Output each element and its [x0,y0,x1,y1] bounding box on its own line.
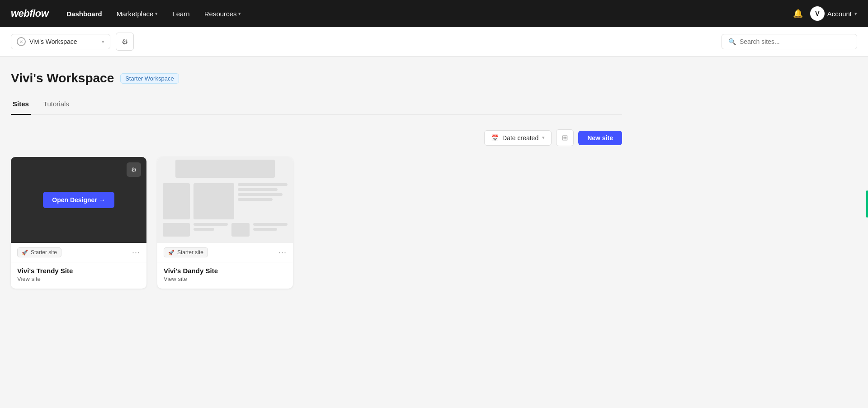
search-icon: 🔍 [728,38,736,45]
new-site-button[interactable]: New site [578,131,622,145]
site-card: ⚙ Open Designer → 🚀 Starter site ··· Viv… [11,157,146,289]
nav-item-dashboard[interactable]: Dashboard [66,10,102,18]
chevron-down-icon: ▾ [854,11,857,17]
nav-item-resources[interactable]: Resources ▾ [204,10,241,18]
more-options-button[interactable]: ··· [278,248,287,257]
settings-button[interactable]: ⚙ [116,33,134,51]
tab-sites[interactable]: Sites [11,96,31,115]
tabs: Sites Tutorials [11,96,622,115]
sort-label: Date created [502,134,538,142]
site-name: Vivi's Trendy Site [17,267,140,275]
scrollbar[interactable] [866,190,868,218]
sites-grid: ⚙ Open Designer → 🚀 Starter site ··· Viv… [11,157,622,289]
view-site-link[interactable]: View site [17,275,140,282]
site-card: 🚀 Starter site ··· Vivi's Dandy Site Vie… [157,157,293,289]
site-name: Vivi's Dandy Site [164,267,287,275]
chevron-down-icon: ▾ [155,11,158,17]
site-preview [157,157,293,246]
page-title: Vivi's Workspace [11,71,114,85]
site-tag: 🚀 Starter site [17,247,61,257]
logo: webflow [11,8,48,19]
account-menu[interactable]: V Account ▾ [810,6,857,21]
nav-item-marketplace[interactable]: Marketplace ▾ [117,10,158,18]
chevron-down-icon: ▾ [102,39,104,45]
workspace-badge: Starter Workspace [120,73,179,84]
bell-icon[interactable]: 🔔 [793,9,803,19]
search-input[interactable] [740,38,850,45]
site-thumbnail [157,157,293,243]
rocket-icon: 🚀 [22,250,28,256]
actions-row: 📅 Date created ▾ ⊞ New site [11,129,622,146]
navbar: webflow Dashboard Marketplace ▾ Learn Re… [0,0,868,27]
grid-view-icon: ⊞ [562,133,568,142]
site-card-footer: 🚀 Starter site ··· [157,243,293,262]
search-box: 🔍 [722,34,857,49]
navbar-right: 🔔 V Account ▾ [793,6,857,21]
main-content: Vivi's Workspace Starter Workspace Sites… [0,57,633,303]
rocket-icon: 🚀 [168,250,175,256]
sort-button[interactable]: 📅 Date created ▾ [484,130,552,146]
workspace-selector[interactable]: ✕ Vivi's Workspace ▾ [11,34,110,49]
chevron-down-icon: ▾ [542,135,545,141]
site-thumbnail: ⚙ Open Designer → [11,157,146,243]
toolbar: ✕ Vivi's Workspace ▾ ⚙ 🔍 [0,27,868,57]
site-card-info: Vivi's Trendy Site View site [11,262,146,289]
site-tag: 🚀 Starter site [164,247,208,257]
chevron-down-icon: ▾ [238,11,241,17]
nav-item-learn[interactable]: Learn [172,10,189,18]
site-card-footer: 🚀 Starter site ··· [11,243,146,262]
tab-tutorials[interactable]: Tutorials [42,96,71,115]
avatar: V [810,6,825,21]
view-toggle-button[interactable]: ⊞ [556,129,574,146]
calendar-icon: 📅 [491,134,499,142]
card-settings-button[interactable]: ⚙ [127,162,141,177]
open-designer-button[interactable]: Open Designer → [43,192,114,208]
workspace-icon: ✕ [17,37,26,46]
view-site-link[interactable]: View site [164,275,287,282]
page-header: Vivi's Workspace Starter Workspace [11,71,622,85]
workspace-name: Vivi's Workspace [29,38,98,45]
more-options-button[interactable]: ··· [132,248,140,257]
site-card-info: Vivi's Dandy Site View site [157,262,293,289]
